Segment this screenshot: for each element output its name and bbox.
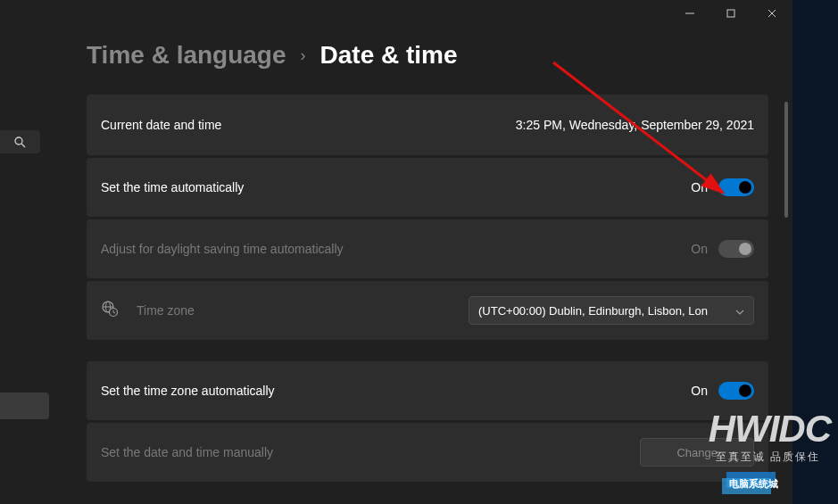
chevron-right-icon: › — [301, 46, 306, 65]
close-button[interactable] — [751, 0, 792, 27]
chevron-down-icon — [735, 302, 744, 318]
search-button[interactable] — [0, 130, 40, 153]
row-current-datetime: Current date and time 3:25 PM, Wednesday… — [87, 95, 768, 155]
maximize-button[interactable] — [710, 0, 751, 27]
change-button: Change — [640, 438, 754, 467]
row-label: Set the date and time manually — [101, 445, 273, 459]
dropdown-value: (UTC+00:00) Dublin, Edinburgh, Lisbon, L… — [478, 304, 708, 318]
row-auto-timezone: Set the time zone automatically On — [87, 361, 768, 420]
minimize-button[interactable] — [669, 0, 710, 27]
titlebar — [0, 0, 792, 27]
settings-window: Time & language › Date & time Current da… — [0, 0, 792, 504]
content-area: Time & language › Date & time Current da… — [0, 41, 792, 482]
sidebar-selected-item[interactable] — [0, 392, 49, 419]
toggle-state-label: On — [691, 242, 708, 256]
row-label: Set the time automatically — [101, 180, 244, 194]
toggle-state-label: On — [691, 180, 708, 194]
svg-rect-1 — [727, 10, 734, 17]
scrollbar[interactable] — [784, 102, 788, 218]
row-label: Current date and time — [101, 118, 221, 132]
dst-toggle — [718, 240, 754, 258]
toggle-state-label: On — [691, 384, 708, 398]
row-label: Time zone — [137, 303, 195, 318]
auto-timezone-toggle[interactable] — [718, 382, 754, 400]
row-timezone: Time zone (UTC+00:00) Dublin, Edinburgh,… — [87, 281, 768, 340]
row-label: Adjust for daylight saving time automati… — [101, 242, 344, 256]
settings-rows: Current date and time 3:25 PM, Wednesday… — [87, 95, 768, 482]
breadcrumb-current: Date & time — [320, 41, 458, 70]
current-datetime-value: 3:25 PM, Wednesday, September 29, 2021 — [516, 118, 754, 132]
row-dst: Adjust for daylight saving time automati… — [87, 219, 768, 278]
svg-point-10 — [15, 137, 22, 145]
row-label: Set the time zone automatically — [101, 384, 275, 398]
globe-clock-icon — [101, 300, 119, 321]
breadcrumb: Time & language › Date & time — [87, 41, 792, 70]
auto-time-toggle[interactable] — [718, 178, 754, 196]
row-auto-time: Set the time automatically On — [87, 158, 768, 217]
breadcrumb-parent[interactable]: Time & language — [87, 41, 286, 70]
svg-line-11 — [21, 144, 25, 147]
timezone-dropdown[interactable]: (UTC+00:00) Dublin, Edinburgh, Lisbon, L… — [469, 296, 754, 325]
row-manual-datetime: Set the date and time manually Change — [87, 423, 768, 482]
